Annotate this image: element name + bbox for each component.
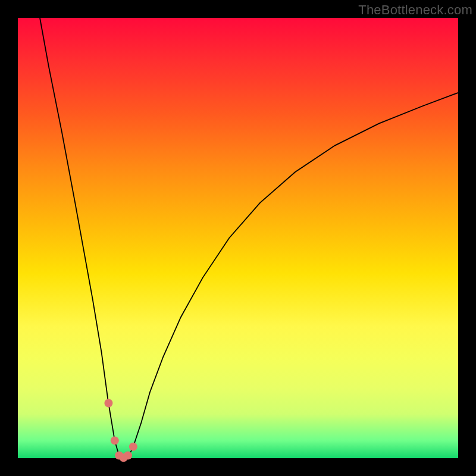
watermark-text: TheBottleneck.com bbox=[358, 2, 472, 18]
highlight-dot bbox=[104, 399, 112, 408]
highlight-dot bbox=[111, 436, 119, 444]
outer-frame: TheBottleneck.com bbox=[0, 0, 476, 476]
chart-svg bbox=[18, 18, 458, 458]
bottleneck-curve bbox=[40, 18, 458, 458]
highlight-dot bbox=[124, 452, 132, 460]
plot-area bbox=[18, 18, 458, 458]
highlight-dot bbox=[129, 443, 137, 451]
